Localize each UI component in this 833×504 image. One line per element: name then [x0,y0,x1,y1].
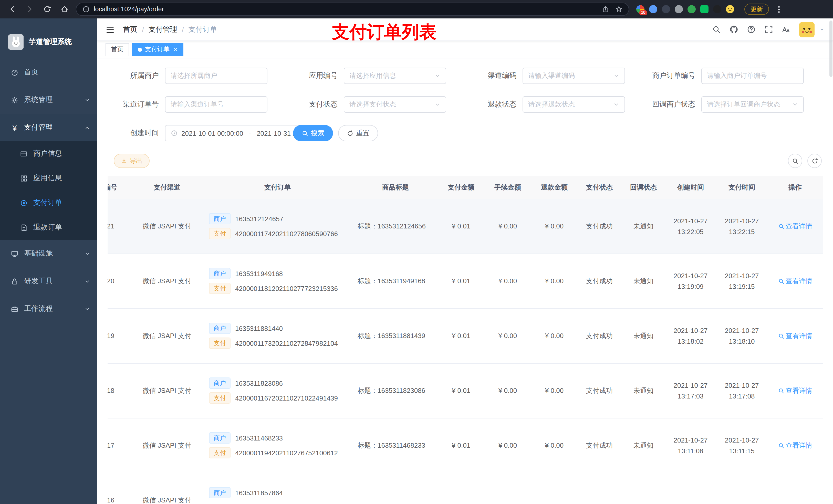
sidebar-item-workflow[interactable]: 工作流程 [0,295,97,323]
export-button[interactable]: 导出 [114,154,149,168]
bookmark-star-icon[interactable] [615,6,622,13]
breadcrumb-home[interactable]: 首页 [123,25,137,34]
column-header[interactable]: 支付金额 [438,176,484,199]
extension-green-icon[interactable] [688,5,696,13]
browser-menu-icon[interactable] [778,6,780,13]
create-time: 2021-10-2713:22:05 [665,199,716,254]
column-header[interactable]: 商品标题 [353,176,438,199]
table-row[interactable]: 21 微信 JSAPI 支付 商户 1635312124657 支付 42000… [108,199,823,254]
filter-label: 支付状态 [286,100,344,109]
sidebar-item-infra[interactable]: 基础设施 [0,240,97,267]
browser-update-button[interactable]: 更新 [744,4,769,15]
font-size-icon[interactable] [782,25,790,34]
extension-gray-icon[interactable] [675,5,683,13]
sidebar-item-devtools[interactable]: 研发工具 [0,267,97,295]
user-avatar[interactable] [799,22,814,37]
table-row[interactable]: 19 微信 JSAPI 支付 商户 1635311881440 支付 42000… [108,308,823,363]
table-row[interactable]: 17 微信 JSAPI 支付 商户 1635311468233 支付 42000… [108,418,823,473]
filter-input[interactable]: 请输入商户订单编号 [701,68,804,84]
filter-input[interactable]: 请选择所属商户 [165,68,267,84]
chevron-icon [85,306,90,312]
reset-button-label: 重置 [356,128,370,138]
reload-icon[interactable] [41,3,53,15]
column-header[interactable]: 编号 [108,176,131,199]
pay-order-cell: 商户 1635312124657 支付 42000011742021102780… [203,199,353,254]
back-icon[interactable] [6,3,19,15]
table-row[interactable]: 20 微信 JSAPI 支付 商户 1635311949168 支付 42000… [108,254,823,308]
filter-placeholder: 请选择应用信息 [349,71,434,80]
table-row[interactable]: 16 微信 JSAPI 支付 商户 1635311857864 支付 [108,473,823,504]
extension-pin-icon[interactable] [713,5,721,13]
scrollbar-thumb[interactable] [829,21,832,77]
view-detail-link[interactable]: 查看详情 [778,221,812,231]
filter-input[interactable]: 请选择应用信息 [344,68,446,84]
window-scrollbar[interactable] [829,21,832,502]
sidebar-item-merchant-info[interactable]: 商户信息 [0,141,97,166]
column-header[interactable]: 手续金额 [484,176,532,199]
extension-emoji-icon[interactable] [726,5,734,13]
sidebar-item-app-info[interactable]: 应用信息 [0,166,97,191]
home-icon[interactable] [58,3,71,15]
toggle-search-icon[interactable] [788,154,802,168]
reset-button[interactable]: 重置 [338,125,378,141]
view-detail-link[interactable]: 查看详情 [778,386,812,395]
pay-status [577,473,622,504]
sidebar-submenu: 商户信息 应用信息 支付订单 退款订单 [0,141,97,240]
forward-icon[interactable] [24,3,36,15]
search-button[interactable]: 搜索 [293,125,333,141]
breadcrumb-pay-manage[interactable]: 支付管理 [148,25,177,34]
column-header[interactable]: 创建时间 [665,176,716,199]
sidebar-item-home[interactable]: 首页 [0,58,97,86]
sidebar-item-pay-order[interactable]: 支付订单 [0,191,97,215]
pay-order-cell: 商户 1635311881440 支付 42000011732021102728… [203,308,353,363]
site-info-icon[interactable] [82,6,90,13]
column-header[interactable]: 退款金额 [532,176,577,199]
view-detail-link[interactable]: 查看详情 [778,331,812,340]
filter-input[interactable]: 请输入渠道订单号 [165,96,267,113]
tab-close-icon[interactable]: × [174,46,177,53]
merchant-order-line: 商户 1635311881440 [209,323,349,334]
column-header[interactable]: 支付订单 [203,176,353,199]
column-header[interactable]: 回调状态 [622,176,665,199]
sidebar-item-system[interactable]: 系统管理 [0,86,97,114]
avatar-dropdown-caret-icon[interactable] [819,27,825,32]
filter-input[interactable]: 请输入渠道编码 [523,68,625,84]
help-icon[interactable] [747,25,756,34]
column-header[interactable]: 支付状态 [577,176,622,199]
sidebar-item-refund-order[interactable]: 退款订单 [0,215,97,240]
view-detail-link[interactable]: 查看详情 [778,276,812,286]
table-row[interactable]: 18 微信 JSAPI 支付 商户 1635311823086 支付 42000… [108,363,823,418]
filter-placeholder: 请选择订单回调商户状态 [707,100,792,109]
collapse-sidebar-icon[interactable] [105,25,115,34]
fullscreen-icon[interactable] [764,25,773,34]
filter-input[interactable]: 请选择退款状态 [523,96,625,113]
github-icon[interactable] [730,25,738,34]
breadcrumb: 首页 / 支付管理 / 支付订单 [123,25,217,34]
column-header[interactable]: 操作 [767,176,823,199]
search-icon[interactable] [712,25,721,34]
extension-badge: 10 [639,10,647,15]
filter-input[interactable]: 请选择支付状态 [344,96,446,113]
create-time: 2021-10-2713:17:03 [665,363,716,418]
fee-amount: ¥ 0.00 [484,254,532,308]
url-bar[interactable]: localhost:1024/pay/order [76,3,629,16]
share-icon[interactable] [602,6,609,13]
column-header[interactable]: 支付时间 [716,176,767,199]
pay-channel: 微信 JSAPI 支付 [131,199,203,254]
sidebar-item-payment[interactable]: ¥ 支付管理 [0,114,97,141]
extension-blue-icon[interactable] [649,5,657,13]
app-logo[interactable]: 芋道管理系统 [0,19,97,58]
orders-table: 编号支付渠道支付订单商品标题支付金额手续金额退款金额支付状态回调状态创建时间支付… [108,176,823,504]
view-detail-link[interactable]: 查看详情 [778,441,812,450]
column-header[interactable]: 支付渠道 [131,176,203,199]
extension-dark-icon[interactable] [662,5,670,13]
refresh-table-icon[interactable] [807,154,822,168]
extension-chat-icon[interactable] [700,5,709,13]
filter-input[interactable]: 请选择订单回调商户状态 [701,96,804,113]
extension-colorful-icon[interactable]: 10 [636,5,644,13]
tab-pay-order[interactable]: 支付订单 × [132,43,183,56]
merchant-tag: 商户 [209,487,231,498]
tab-home[interactable]: 首页 [105,43,129,56]
view-detail-label: 查看详情 [786,386,812,395]
menu-label: 支付管理 [24,123,79,132]
